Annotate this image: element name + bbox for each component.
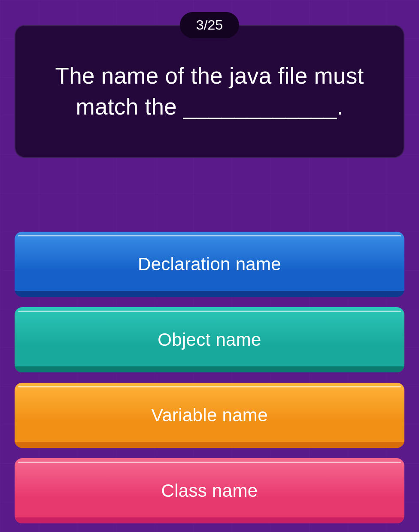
counter-text: 3/25 (196, 17, 223, 33)
answer-label: Declaration name (138, 254, 281, 275)
question-text: The name of the java file must match the… (33, 60, 386, 122)
answer-option-4[interactable]: Class name (15, 458, 404, 523)
answer-option-1[interactable]: Declaration name (15, 232, 404, 297)
answer-option-2[interactable]: Object name (15, 307, 404, 372)
answer-label: Object name (158, 329, 261, 350)
question-counter: 3/25 (180, 12, 239, 38)
answer-label: Variable name (151, 405, 268, 426)
answers-container: Declaration name Object name Variable na… (15, 232, 404, 523)
question-card: The name of the java file must match the… (15, 25, 404, 158)
answer-label: Class name (161, 481, 258, 501)
answer-option-3[interactable]: Variable name (15, 383, 404, 448)
